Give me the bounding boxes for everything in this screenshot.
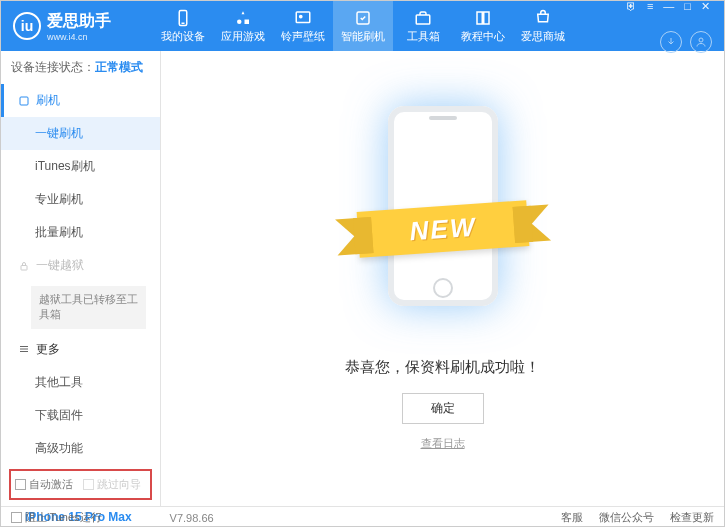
nav-my-device[interactable]: 我的设备	[153, 1, 213, 51]
sidebar: 设备连接状态：正常模式 刷机 一键刷机 iTunes刷机 专业刷机 批量刷机 一…	[1, 51, 161, 506]
download-button[interactable]	[660, 31, 682, 53]
options-highlight: 自动激活 跳过向导	[9, 469, 152, 500]
wechat-link[interactable]: 微信公众号	[599, 510, 654, 525]
flash-icon	[354, 9, 372, 27]
jailbreak-note[interactable]: 越狱工具已转移至工具箱	[31, 286, 146, 329]
app-url: www.i4.cn	[47, 32, 111, 42]
app-name: 爱思助手	[47, 11, 111, 32]
top-nav: 我的设备 应用游戏 铃声壁纸 智能刷机 工具箱 教程中心 爱思商城	[153, 1, 573, 51]
sidebar-section-flash[interactable]: 刷机	[1, 84, 160, 117]
sidebar-download-firmware[interactable]: 下载固件	[1, 399, 160, 432]
update-link[interactable]: 检查更新	[670, 510, 714, 525]
image-icon	[294, 9, 312, 27]
title-right: ⛨ ≡ — □ ✕	[624, 0, 712, 53]
menu-icon[interactable]: ≡	[645, 0, 655, 13]
sidebar-pro-flash[interactable]: 专业刷机	[1, 183, 160, 216]
support-link[interactable]: 客服	[561, 510, 583, 525]
apps-icon	[234, 9, 252, 27]
sidebar-section-more[interactable]: 更多	[1, 333, 160, 366]
svg-rect-2	[296, 12, 310, 23]
view-log-link[interactable]: 查看日志	[421, 436, 465, 451]
sidebar-itunes-flash[interactable]: iTunes刷机	[1, 150, 160, 183]
logo: iu 爱思助手 www.i4.cn	[13, 11, 153, 42]
toolbox-icon	[414, 9, 432, 27]
nav-store[interactable]: 爱思商城	[513, 1, 573, 51]
titlebar: iu 爱思助手 www.i4.cn 我的设备 应用游戏 铃声壁纸 智能刷机 工具…	[1, 1, 724, 51]
nav-apps[interactable]: 应用游戏	[213, 1, 273, 51]
svg-point-3	[300, 15, 302, 17]
phone-icon	[174, 9, 192, 27]
version-label: V7.98.66	[170, 512, 214, 524]
nav-toolbox[interactable]: 工具箱	[393, 1, 453, 51]
new-ribbon: NEW	[356, 200, 529, 258]
svg-rect-5	[416, 15, 430, 24]
ok-button[interactable]: 确定	[402, 393, 484, 424]
sidebar-section-jailbreak: 一键越狱	[1, 249, 160, 282]
skip-setup-checkbox[interactable]: 跳过向导	[83, 477, 141, 492]
sidebar-batch-flash[interactable]: 批量刷机	[1, 216, 160, 249]
nav-flash[interactable]: 智能刷机	[333, 1, 393, 51]
nav-ringtones[interactable]: 铃声壁纸	[273, 1, 333, 51]
sidebar-advanced[interactable]: 高级功能	[1, 432, 160, 465]
minimize-icon[interactable]: —	[661, 0, 676, 13]
logo-icon: iu	[13, 12, 41, 40]
user-button[interactable]	[690, 31, 712, 53]
svg-rect-8	[21, 265, 27, 270]
success-message: 恭喜您，保资料刷机成功啦！	[345, 358, 540, 377]
book-icon	[474, 9, 492, 27]
success-graphic: NEW	[368, 106, 518, 336]
lock-icon[interactable]: ⛨	[624, 0, 639, 13]
svg-rect-7	[20, 97, 28, 105]
nav-tutorials[interactable]: 教程中心	[453, 1, 513, 51]
main-content: NEW 恭喜您，保资料刷机成功啦！ 确定 查看日志	[161, 51, 724, 506]
svg-point-6	[699, 38, 703, 42]
sidebar-other-tools[interactable]: 其他工具	[1, 366, 160, 399]
maximize-icon[interactable]: □	[682, 0, 693, 13]
folder-icon	[18, 95, 30, 107]
cart-icon	[534, 9, 552, 27]
block-itunes-checkbox[interactable]: 阻止iTunes运行	[11, 510, 102, 525]
close-icon[interactable]: ✕	[699, 0, 712, 13]
more-icon	[18, 343, 30, 355]
lock-icon	[18, 260, 30, 272]
auto-activate-checkbox[interactable]: 自动激活	[15, 477, 73, 492]
sidebar-onekey-flash[interactable]: 一键刷机	[1, 117, 160, 150]
window-controls: ⛨ ≡ — □ ✕	[624, 0, 712, 13]
device-status: 设备连接状态：正常模式	[1, 51, 160, 84]
